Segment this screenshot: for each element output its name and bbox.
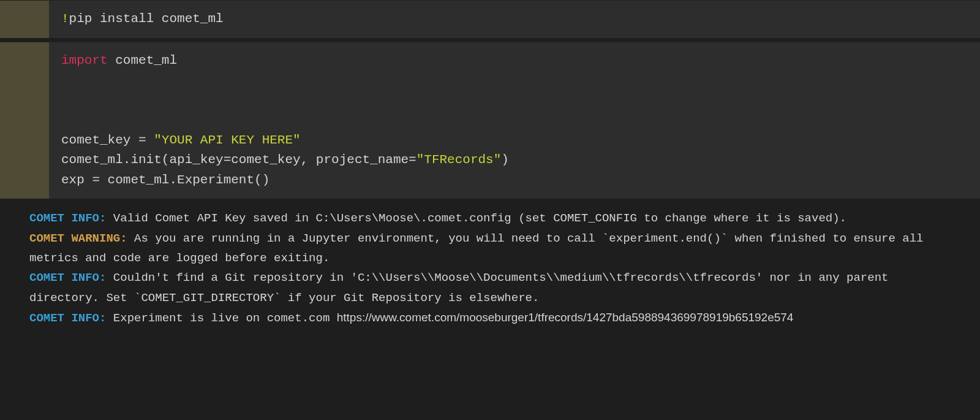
output-text: Valid Comet API Key saved in C:\Users\Mo… <box>106 212 846 225</box>
code-body-1[interactable]: !pip install comet_ml <box>49 1 980 38</box>
experiment-link[interactable]: https://www.comet.com/mooseburger1/tfrec… <box>337 311 794 324</box>
info-tag: COMET INFO: <box>29 212 106 225</box>
cell-gutter <box>0 1 49 38</box>
code-text: ) <box>501 153 509 167</box>
code-cell-1[interactable]: !pip install comet_ml <box>0 0 980 38</box>
code-text: comet_key = <box>61 133 154 147</box>
string-token: "YOUR API KEY HERE" <box>154 133 300 147</box>
code-cell-2[interactable]: import comet_ml comet_key = "YOUR API KE… <box>0 42 980 199</box>
code-text: comet_ml <box>108 53 177 67</box>
cell-output: COMET INFO: Valid Comet API Key saved in… <box>0 202 980 334</box>
code-text: exp = comet_ml.Experiment() <box>61 173 270 187</box>
info-tag: COMET INFO: <box>29 311 106 325</box>
code-body-2[interactable]: import comet_ml comet_key = "YOUR API KE… <box>49 42 980 199</box>
cell-gutter <box>0 42 49 199</box>
code-text: pip install comet_ml <box>69 12 224 26</box>
warning-tag: COMET WARNING: <box>29 232 127 245</box>
output-text: Experiment is live on comet.com <box>106 311 336 325</box>
string-token: "TFRecords" <box>417 153 502 167</box>
output-text: Couldn't find a Git repository in 'C:\\U… <box>29 271 895 304</box>
info-tag: COMET INFO: <box>29 271 106 284</box>
bang-token: ! <box>61 12 69 26</box>
keyword-token: import <box>61 53 108 67</box>
code-text: comet_ml.init(api_key=comet_key, project… <box>61 153 417 167</box>
output-text: As you are running in a Jupyter environm… <box>29 232 930 265</box>
